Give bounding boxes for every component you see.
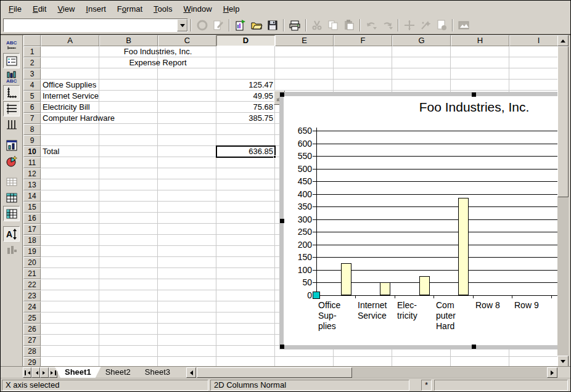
column-header-D[interactable]: D xyxy=(216,35,275,46)
column-header-H[interactable]: H xyxy=(451,35,509,46)
row-header-12[interactable]: 12 xyxy=(23,168,41,179)
row-header-26[interactable]: 26 xyxy=(23,324,41,335)
horizontal-scrollbar-thumb[interactable] xyxy=(197,367,352,378)
autoformat-chart-button[interactable] xyxy=(3,153,20,169)
save-icon[interactable] xyxy=(265,18,280,33)
axes-on-off-button[interactable] xyxy=(3,85,20,100)
row-header-28[interactable]: 28 xyxy=(23,346,41,357)
row-header-4[interactable]: 4 xyxy=(23,80,41,91)
row-header-29[interactable]: 29 xyxy=(23,357,41,366)
column-header-B[interactable]: B xyxy=(99,35,158,46)
menu-tools[interactable]: Tools xyxy=(148,2,178,15)
row-header-9[interactable]: 9 xyxy=(23,135,41,146)
row-header-11[interactable]: 11 xyxy=(23,157,41,168)
horizontal-grid-on-off-button[interactable] xyxy=(3,101,20,116)
selection-handle[interactable] xyxy=(280,219,284,223)
first-sheet-button[interactable] xyxy=(23,367,31,378)
row-header-27[interactable]: 27 xyxy=(23,335,41,346)
horizontal-scrollbar[interactable] xyxy=(197,367,557,378)
open-folder-icon[interactable] xyxy=(249,18,264,33)
cell-D6[interactable]: 75.68 xyxy=(216,102,275,113)
bar-3[interactable] xyxy=(458,198,469,295)
row-header-16[interactable]: 16 xyxy=(23,213,41,224)
row-header-23[interactable]: 23 xyxy=(23,290,41,301)
row-header-20[interactable]: 20 xyxy=(23,257,41,268)
cell-B1[interactable]: Foo Industries, Inc. xyxy=(99,46,216,57)
bar-0[interactable] xyxy=(341,263,351,295)
column-header-C[interactable]: C xyxy=(158,35,216,46)
row-header-25[interactable]: 25 xyxy=(23,312,41,324)
selection-handle[interactable] xyxy=(280,345,284,349)
combo-dropdown-button[interactable] xyxy=(177,19,187,31)
cell-D5[interactable]: 49.95 xyxy=(216,91,275,102)
row-header-2[interactable]: 2 xyxy=(23,57,41,68)
edit-chart-type-button[interactable] xyxy=(3,137,20,153)
row-header-10[interactable]: 10 xyxy=(23,146,41,157)
row-header-18[interactable]: 18 xyxy=(23,235,41,246)
axes-titles-on-off-button[interactable]: ABC xyxy=(3,69,20,84)
scale-text-button[interactable]: A xyxy=(3,226,20,242)
vertical-scrollbar-thumb[interactable] xyxy=(557,46,569,197)
chart-frame-top[interactable] xyxy=(279,92,557,96)
data-in-columns-button[interactable] xyxy=(3,206,20,221)
legend-on-off-button[interactable] xyxy=(3,53,20,68)
tab-sheet3[interactable]: Sheet3 xyxy=(135,367,180,378)
column-header-F[interactable]: F xyxy=(334,35,392,46)
select-all-corner[interactable] xyxy=(23,35,41,46)
fill-handle[interactable] xyxy=(273,155,276,158)
cell-A4[interactable]: Office Supplies xyxy=(41,80,99,91)
vertical-grid-on-off-button[interactable] xyxy=(3,117,20,133)
cell-A10[interactable]: Total xyxy=(41,146,99,157)
object-selector-combo[interactable] xyxy=(3,18,188,32)
row-header-15[interactable]: 15 xyxy=(23,202,41,213)
row-header-13[interactable]: 13 xyxy=(23,179,41,190)
menu-file[interactable]: File xyxy=(3,2,27,15)
selection-handle[interactable] xyxy=(472,345,476,349)
cell-B2[interactable]: Expense Report xyxy=(99,57,216,68)
bar-2[interactable] xyxy=(419,276,430,295)
column-header-G[interactable]: G xyxy=(392,35,451,46)
column-header-I[interactable]: I xyxy=(509,35,557,46)
tab-sheet1[interactable]: Sheet1 xyxy=(55,367,101,378)
cell-D4[interactable]: 125.47 xyxy=(216,80,275,91)
row-header-7[interactable]: 7 xyxy=(23,113,41,124)
cell-A6[interactable]: Electricity Bill xyxy=(41,102,99,113)
menu-window[interactable]: Window xyxy=(178,2,217,15)
combo-input[interactable] xyxy=(4,19,177,31)
row-header-17[interactable]: 17 xyxy=(23,224,41,235)
chart-title[interactable]: Foo Industries, Inc. xyxy=(384,100,564,115)
axis-selection-handle[interactable] xyxy=(313,292,320,299)
menu-edit[interactable]: Edit xyxy=(27,2,52,15)
row-header-24[interactable]: 24 xyxy=(23,301,41,312)
previous-sheet-button[interactable] xyxy=(31,367,40,378)
cell-D7[interactable]: 385.75 xyxy=(216,113,275,124)
row-header-14[interactable]: 14 xyxy=(23,190,41,202)
chart-frame-bottom[interactable] xyxy=(279,345,557,349)
selection-handle[interactable] xyxy=(280,92,284,97)
row-header-6[interactable]: 6 xyxy=(23,102,41,113)
row-header-22[interactable]: 22 xyxy=(23,279,41,290)
menu-format[interactable]: Format xyxy=(112,2,148,15)
cell-A5[interactable]: Internet Service xyxy=(41,91,99,102)
x-axis-line[interactable] xyxy=(316,295,557,296)
chart-object[interactable]: Foo Industries, Inc. 0501001502002503003… xyxy=(279,92,557,349)
data-in-rows-button[interactable] xyxy=(3,190,20,205)
row-header-21[interactable]: 21 xyxy=(23,268,41,279)
menu-help[interactable]: Help xyxy=(218,2,245,15)
print-icon[interactable] xyxy=(287,18,302,33)
y-axis-line[interactable] xyxy=(316,128,317,298)
row-header-3[interactable]: 3 xyxy=(23,68,41,80)
scroll-up-button[interactable] xyxy=(557,35,569,46)
menu-insert[interactable]: Insert xyxy=(80,2,112,15)
tab-sheet2[interactable]: Sheet2 xyxy=(96,367,141,378)
column-header-A[interactable]: A xyxy=(41,35,99,46)
next-sheet-button[interactable] xyxy=(40,367,49,378)
row-header-8[interactable]: 8 xyxy=(23,124,41,135)
menu-view[interactable]: View xyxy=(52,2,80,15)
hscroll-right-button[interactable] xyxy=(547,367,557,378)
hscroll-left-button[interactable] xyxy=(186,367,196,378)
cell-A7[interactable]: Computer Hardware xyxy=(41,113,99,124)
vertical-scrollbar[interactable] xyxy=(557,35,569,366)
new-document-icon[interactable] xyxy=(233,18,248,33)
row-header-5[interactable]: 5 xyxy=(23,91,41,102)
